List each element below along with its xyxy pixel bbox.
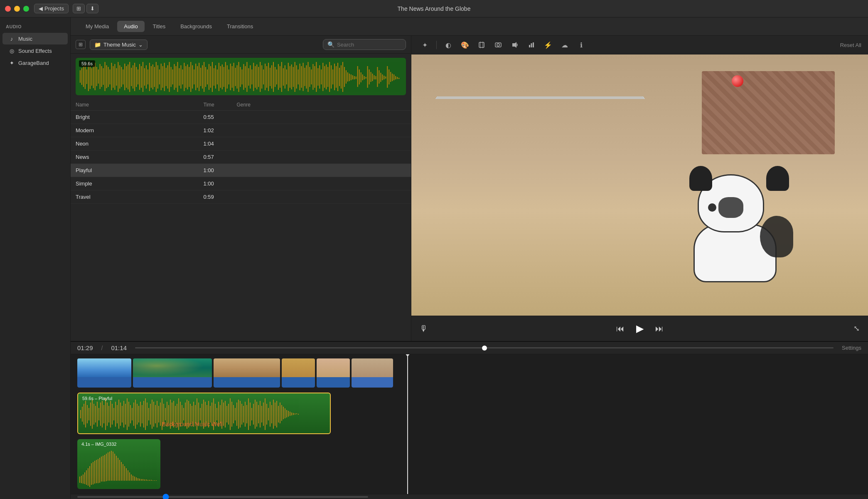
video-clips-strip [77, 358, 861, 388]
svg-rect-214 [98, 408, 99, 420]
zoom-slider [135, 347, 834, 348]
sidebar-toggle-button[interactable]: ⊞ [76, 40, 86, 49]
video-clip-4[interactable] [282, 358, 315, 388]
svg-rect-188 [390, 72, 391, 82]
svg-rect-176 [371, 72, 371, 82]
close-button[interactable] [5, 6, 11, 12]
tab-backgrounds[interactable]: Backgrounds [174, 21, 219, 32]
svg-rect-79 [210, 66, 211, 88]
svg-rect-59 [177, 62, 178, 92]
svg-rect-185 [385, 77, 386, 79]
background-music-well-label: Background Music Well [162, 421, 223, 427]
video-clip-2[interactable] [133, 358, 212, 388]
svg-rect-338 [84, 472, 85, 484]
track-time: 0:57 [204, 154, 237, 160]
color-board-button[interactable]: 🎨 [458, 39, 472, 51]
tab-transitions[interactable]: Transitions [220, 21, 260, 32]
reset-all-button[interactable]: Reset All [840, 42, 861, 48]
video-clip-6[interactable] [352, 358, 393, 388]
svg-rect-366 [131, 474, 132, 481]
download-button[interactable]: ⬇ [86, 4, 98, 13]
forward-button[interactable]: ⏭ [654, 322, 665, 335]
svg-rect-320 [275, 403, 275, 426]
svg-rect-50 [162, 66, 163, 88]
svg-rect-154 [334, 64, 335, 90]
track-genre [237, 167, 278, 173]
svg-rect-87 [224, 67, 224, 87]
video-clip-1[interactable] [77, 358, 131, 388]
maximize-button[interactable] [23, 6, 29, 12]
svg-rect-140 [311, 69, 312, 84]
svg-rect-229 [123, 401, 124, 427]
audio-track-img0332-label: 4.1s – IMG_0332 [81, 442, 116, 447]
color-adjust-button[interactable]: ◐ [442, 39, 455, 51]
svg-rect-373 [143, 479, 143, 481]
svg-rect-208 [89, 408, 89, 420]
svg-rect-129 [293, 67, 294, 87]
track-row-neon[interactable]: Neon 1:04 [71, 137, 411, 151]
titlebar: ◀ ◀ Projects Projects ⊞ ⬇ The News Aroun… [0, 0, 868, 17]
magic-wand-button[interactable]: ✦ [418, 39, 431, 51]
sidebar-item-music[interactable]: ♪ Music [2, 33, 68, 44]
svg-rect-242 [145, 398, 146, 430]
svg-rect-265 [183, 408, 184, 420]
svg-rect-357 [116, 456, 117, 481]
svg-rect-24 [119, 65, 120, 89]
svg-rect-210 [92, 400, 93, 429]
play-button[interactable]: ▶ [634, 321, 645, 336]
rewind-button[interactable]: ⏮ [615, 322, 626, 335]
horizontal-scroll-input[interactable] [77, 496, 368, 498]
track-genre [237, 180, 278, 187]
crop-button[interactable] [475, 39, 488, 51]
speed-button[interactable]: ⚡ [541, 39, 555, 51]
track-row-news[interactable]: News 0:57 [71, 151, 411, 164]
search-input[interactable] [337, 42, 401, 48]
tab-audio[interactable]: Audio [117, 21, 144, 32]
svg-rect-8 [93, 65, 94, 88]
audio-track-playful[interactable]: 59.6s – Playful [77, 393, 331, 434]
track-row-playful[interactable]: Playful 1:00 [71, 164, 411, 177]
svg-rect-101 [246, 62, 247, 92]
svg-rect-203 [80, 410, 81, 418]
playhead-triangle [405, 354, 410, 357]
chart-button[interactable] [525, 39, 538, 51]
track-row-simple[interactable]: Simple 1:00 [71, 177, 411, 190]
folder-selector[interactable]: 📁 Theme Music ⌄ [90, 40, 148, 50]
svg-rect-346 [98, 459, 98, 483]
timeline-settings-button[interactable]: Settings [842, 345, 861, 351]
track-row-travel[interactable]: Travel 0:59 [71, 190, 411, 204]
video-clip-5[interactable] [317, 358, 350, 388]
track-name: Neon [76, 141, 204, 147]
camera-button[interactable] [492, 39, 505, 51]
video-clip-3[interactable] [214, 358, 280, 388]
svg-rect-317 [270, 402, 270, 427]
info-button[interactable]: ℹ [575, 39, 588, 51]
timeline-tracks: 59.6s – Playful [71, 354, 868, 494]
minimize-button[interactable] [14, 6, 20, 12]
svg-rect-307 [253, 404, 254, 425]
main-content: My Media Audio Titles Backgrounds Transi… [71, 17, 868, 499]
svg-rect-311 [260, 401, 261, 427]
waveform-duration-badge: 59.6s [79, 60, 95, 67]
view-toggle-buttons: ⊞ ⬇ [73, 4, 98, 13]
back-to-projects-button[interactable]: ◀ ◀ Projects Projects [34, 4, 69, 13]
svg-rect-100 [245, 66, 246, 88]
grid-view-button[interactable]: ⊞ [73, 4, 85, 13]
audio-track-img0332[interactable]: 4.1s – IMG_0332 [77, 439, 160, 489]
tab-my-media[interactable]: My Media [79, 21, 116, 32]
svg-rect-231 [127, 398, 128, 430]
mic-button[interactable]: 🎙 [420, 324, 428, 333]
svg-rect-63 [184, 63, 184, 91]
tab-titles[interactable]: Titles [146, 21, 172, 32]
sidebar-item-sound-effects[interactable]: ◎ Sound Effects [2, 45, 68, 57]
zoom-range-input[interactable] [135, 347, 834, 348]
track-row-bright[interactable]: Bright 0:55 [71, 111, 411, 124]
sidebar-item-garageband[interactable]: ✦ GarageBand [2, 57, 68, 69]
current-timecode: 01:29 [77, 344, 93, 351]
noise-reduction-button[interactable]: ☁ [558, 39, 571, 51]
horizontal-scrollbar-area [71, 494, 868, 499]
svg-rect-64 [185, 66, 186, 88]
track-row-modern[interactable]: Modern 1:02 [71, 124, 411, 137]
audio-button[interactable] [508, 39, 521, 51]
fullscreen-button[interactable]: ⤡ [853, 324, 860, 333]
